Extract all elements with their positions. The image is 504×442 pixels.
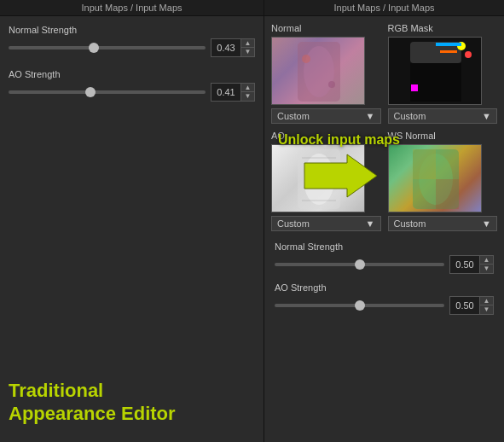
ao-texture-decoration — [272, 145, 365, 212]
normal-strength-number-box: 0.43 ▲ ▼ — [211, 38, 255, 57]
right-normal-strength-down[interactable]: ▼ — [479, 265, 493, 273]
thumbnail-ao — [271, 144, 365, 212]
right-normal-strength-row: 0.50 ▲ ▼ — [275, 255, 494, 274]
svg-rect-12 — [436, 43, 461, 46]
thumbnail-grid: Normal Custom ▼ — [271, 23, 497, 231]
svg-point-4 — [328, 81, 335, 88]
svg-point-15 — [304, 154, 334, 205]
right-normal-strength-spinners: ▲ ▼ — [479, 256, 493, 273]
ao-strength-control: AO Strength 0.41 ▲ ▼ — [9, 69, 255, 102]
right-ao-strength-spinners: ▲ ▼ — [479, 297, 493, 314]
right-normal-strength-up[interactable]: ▲ — [479, 256, 493, 265]
right-panel-body: Normal Custom ▼ — [264, 16, 504, 442]
ao-dropdown-arrow: ▼ — [366, 218, 375, 229]
right-ao-strength-up[interactable]: ▲ — [479, 297, 493, 305]
rgb-texture-decoration — [389, 38, 482, 105]
normal-strength-slider-track[interactable] — [9, 43, 206, 53]
normal-strength-control: Normal Strength 0.43 ▲ ▼ — [9, 25, 255, 57]
thumbnail-label-rgb: RGB Mask — [388, 23, 498, 33]
thumbnail-rgb — [388, 37, 482, 105]
normal-strength-down[interactable]: ▼ — [240, 48, 254, 56]
left-panel: Input Maps / Input Maps Normal Strength … — [0, 0, 264, 442]
left-panel-body: Normal Strength 0.43 ▲ ▼ AO Strength — [0, 16, 264, 442]
thumbnail-item-normal: Normal Custom ▼ — [271, 23, 381, 124]
svg-marker-8 — [436, 63, 461, 102]
ao-strength-down[interactable]: ▼ — [240, 92, 254, 101]
rgb-dropdown-label: Custom — [394, 111, 426, 121]
rgb-dropdown-row: Custom ▼ — [388, 108, 498, 124]
normal-dropdown-row: Custom ▼ — [271, 108, 381, 124]
ao-strength-spinners: ▲ ▼ — [240, 84, 254, 101]
right-ao-strength-control: AO Strength 0.50 ▲ ▼ — [275, 282, 494, 315]
ws-dropdown-label: Custom — [394, 218, 426, 229]
svg-point-2 — [304, 46, 334, 97]
ws-dropdown-row: Custom ▼ — [388, 216, 498, 231]
normal-dropdown-label: Custom — [277, 111, 310, 121]
thumbnail-item-ws: WS Normal Custom ▼ — [388, 131, 498, 231]
thumbnail-item-rgb: RGB Mask — [388, 23, 498, 124]
svg-rect-20 — [413, 149, 436, 179]
ao-dropdown-label: Custom — [277, 218, 310, 229]
normal-strength-spinners: ▲ ▼ — [240, 39, 254, 56]
rgb-dropdown[interactable]: Custom ▼ — [388, 108, 498, 124]
right-normal-strength-slider-track[interactable] — [275, 259, 444, 270]
svg-marker-7 — [410, 63, 436, 102]
thumbnail-item-ao: AO Custom ▼ — [271, 131, 381, 231]
ao-strength-value: 0.41 — [211, 84, 240, 101]
right-ao-strength-row: 0.50 ▲ ▼ — [275, 296, 494, 315]
svg-rect-11 — [411, 84, 418, 91]
right-panel: Input Maps / Input Maps Normal Custom — [264, 0, 504, 442]
thumbnail-label-ao: AO — [271, 131, 381, 141]
ao-strength-slider-track[interactable] — [9, 87, 206, 97]
ao-strength-up[interactable]: ▲ — [240, 84, 254, 92]
right-ao-strength-down[interactable]: ▼ — [479, 305, 493, 314]
ao-strength-row: 0.41 ▲ ▼ — [9, 83, 255, 102]
svg-point-3 — [302, 55, 310, 63]
ao-strength-label: AO Strength — [9, 69, 255, 79]
right-normal-strength-slider[interactable] — [275, 263, 444, 266]
thumbnail-ws — [388, 144, 482, 212]
thumbnail-label-ws: WS Normal — [388, 131, 498, 141]
normal-texture-decoration — [272, 38, 365, 105]
ws-dropdown[interactable]: Custom ▼ — [388, 216, 498, 231]
ao-dropdown-row: Custom ▼ — [271, 216, 381, 231]
right-ao-strength-label: AO Strength — [275, 282, 494, 293]
left-panel-header: Input Maps / Input Maps — [0, 0, 264, 16]
right-controls: Normal Strength 0.50 ▲ ▼ AO S — [271, 241, 497, 315]
normal-strength-value: 0.43 — [211, 39, 240, 56]
thumbnail-label-normal: Normal — [271, 23, 381, 33]
right-normal-strength-number-box: 0.50 ▲ ▼ — [449, 255, 494, 274]
right-normal-strength-control: Normal Strength 0.50 ▲ ▼ — [275, 241, 494, 274]
thumbnail-normal — [271, 37, 365, 105]
normal-strength-label: Normal Strength — [9, 25, 255, 35]
normal-strength-up[interactable]: ▲ — [240, 39, 254, 48]
normal-strength-row: 0.43 ▲ ▼ — [9, 38, 255, 57]
right-panel-header: Input Maps / Input Maps — [264, 0, 504, 16]
ao-strength-number-box: 0.41 ▲ ▼ — [211, 83, 255, 102]
right-normal-strength-label: Normal Strength — [275, 241, 494, 252]
ws-dropdown-arrow: ▼ — [482, 218, 491, 229]
rgb-dropdown-arrow: ▼ — [482, 111, 491, 121]
ao-strength-slider[interactable] — [9, 90, 206, 94]
svg-rect-13 — [440, 50, 457, 53]
right-ao-strength-slider-track[interactable] — [275, 300, 444, 311]
right-ao-strength-value: 0.50 — [450, 297, 479, 314]
svg-point-10 — [465, 51, 472, 58]
ao-dropdown[interactable]: Custom ▼ — [271, 216, 381, 231]
traditional-label: Traditional Appearance Editor — [9, 380, 176, 425]
normal-strength-slider[interactable] — [9, 46, 206, 49]
normal-dropdown[interactable]: Custom ▼ — [271, 108, 381, 124]
normal-dropdown-arrow: ▼ — [366, 111, 375, 121]
right-normal-strength-value: 0.50 — [450, 256, 479, 273]
ws-texture-decoration — [389, 145, 482, 212]
right-ao-strength-number-box: 0.50 ▲ ▼ — [449, 296, 494, 315]
svg-rect-21 — [436, 179, 459, 209]
right-ao-strength-slider[interactable] — [275, 304, 444, 307]
